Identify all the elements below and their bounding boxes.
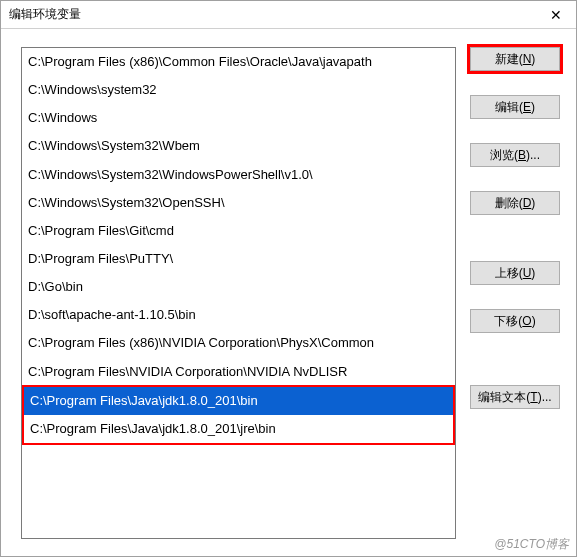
list-item[interactable]: D:\soft\apache-ant-1.10.5\bin (22, 301, 455, 329)
titlebar: 编辑环境变量 ✕ (1, 1, 576, 29)
watermark: @51CTO博客 (494, 536, 569, 553)
content-area: C:\Program Files (x86)\Common Files\Orac… (1, 29, 576, 556)
list-item[interactable]: C:\Windows\system32 (22, 76, 455, 104)
window-title: 编辑环境变量 (9, 6, 81, 23)
list-item[interactable]: C:\Windows\System32\Wbem (22, 132, 455, 160)
list-item[interactable]: D:\Program Files\PuTTY\ (22, 245, 455, 273)
list-item[interactable]: C:\Program Files\Git\cmd (22, 217, 455, 245)
close-icon: ✕ (550, 7, 562, 23)
close-button[interactable]: ✕ (536, 1, 576, 29)
list-item[interactable]: C:\Program Files\Java\jdk1.8.0_201\bin (24, 387, 453, 415)
path-listbox[interactable]: C:\Program Files (x86)\Common Files\Orac… (21, 47, 456, 539)
browse-button[interactable]: 浏览(B)... (470, 143, 560, 167)
highlighted-group: C:\Program Files\Java\jdk1.8.0_201\binC:… (22, 385, 455, 445)
list-item[interactable]: C:\Program Files\NVIDIA Corporation\NVID… (22, 358, 455, 386)
list-item[interactable]: C:\Program Files (x86)\Common Files\Orac… (22, 48, 455, 76)
edit-text-button[interactable]: 编辑文本(T)... (470, 385, 560, 409)
delete-button[interactable]: 删除(D) (470, 191, 560, 215)
list-item[interactable]: C:\Windows\System32\WindowsPowerShell\v1… (22, 161, 455, 189)
edit-button[interactable]: 编辑(E) (470, 95, 560, 119)
env-var-edit-dialog: 编辑环境变量 ✕ C:\Program Files (x86)\Common F… (0, 0, 577, 557)
list-item[interactable]: D:\Go\bin (22, 273, 455, 301)
list-item[interactable]: C:\Windows\System32\OpenSSH\ (22, 189, 455, 217)
list-item[interactable]: C:\Windows (22, 104, 455, 132)
list-item[interactable]: C:\Program Files\Java\jdk1.8.0_201\jre\b… (24, 415, 453, 443)
new-button[interactable]: 新建(N) (470, 47, 560, 71)
button-column: 新建(N) 编辑(E) 浏览(B)... 删除(D) 上移(U) 下移(O) (470, 47, 560, 544)
move-down-button[interactable]: 下移(O) (470, 309, 560, 333)
list-item[interactable]: C:\Program Files (x86)\NVIDIA Corporatio… (22, 329, 455, 357)
move-up-button[interactable]: 上移(U) (470, 261, 560, 285)
